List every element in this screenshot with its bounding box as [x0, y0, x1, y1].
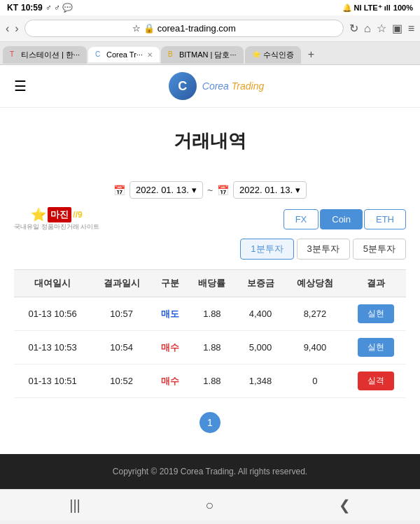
coin-button[interactable]: Coin [320, 209, 363, 229]
1min-button[interactable]: 1분투자 [240, 239, 293, 260]
cell-date-2: 01-13 10:51 [14, 364, 91, 398]
date-separator: ~ [207, 185, 213, 196]
cell-rate-0: 1.88 [188, 297, 236, 331]
logo-symbol: C [178, 79, 187, 94]
logo-area: C Corea Trading [27, 72, 406, 100]
forward-button[interactable]: › [15, 22, 18, 35]
content-area: 📅 2022. 01. 13. ▾ ~ 📅 2022. 01. 13. ▾ ⭐ … [0, 174, 420, 454]
hamburger-menu-icon[interactable]: ☰ [14, 78, 27, 94]
tab-favicon-tistory: T [10, 50, 18, 59]
tab-overview-button[interactable]: ▣ [392, 22, 402, 35]
tab-label-corea: Corea Tr··· [106, 50, 143, 59]
bottom-back-icon[interactable]: ❮ [339, 497, 351, 514]
cell-date-1: 01-13 10:53 [14, 331, 91, 364]
result-button-2[interactable]: 실격 [358, 371, 394, 390]
date-to-select[interactable]: 2022. 01. 13. ▾ [233, 181, 307, 199]
cell-result-time-1: 10:54 [91, 331, 152, 364]
cell-result-time-0: 10:57 [91, 297, 152, 331]
col-result-time: 결과일시 [91, 270, 152, 297]
col-deposit: 보증금 [237, 270, 285, 297]
table-row: 01-13 10:53 10:54 매수 1.88 5,000 9,400 실현 [14, 331, 406, 364]
cell-rate-1: 1.88 [188, 331, 236, 364]
logo-text: Corea Trading [202, 80, 264, 92]
cell-type-2: 매수 [152, 364, 188, 398]
tab-label-tistory: 티스테이션 | 한··· [21, 50, 80, 60]
tab-label-sushik: 수식인증 [263, 50, 294, 60]
tab-label-bitman: BITMAN | 담호··· [179, 50, 237, 60]
status-bar: KT 10:59 ♂ ♂ 💬 🔔 NI LTE⁺ ıll 100% [0, 0, 420, 15]
time-button-row: 1분투자 3분투자 5분투자 [14, 239, 406, 260]
majin-sub: 국내유일 정품마진거래 사이트 [14, 222, 99, 232]
cell-deposit-1: 5,000 [237, 331, 285, 364]
page-wrapper: ☰ C Corea Trading 거래내역 📅 2022. 01. 13. ▾… [0, 65, 420, 489]
tab-tistory[interactable]: T 티스테이션 | 한··· [3, 46, 87, 64]
address-star-icon: ☆ [132, 23, 141, 34]
trades-table: 대여일시 결과일시 구분 배당률 보증금 예상당첨 결과 01-13 10:56… [14, 269, 406, 398]
bottom-home-icon[interactable]: ○ [205, 497, 214, 514]
majin-slash: //9 [73, 210, 82, 220]
result-button-0[interactable]: 실현 [358, 304, 394, 323]
cell-result-time-2: 10:52 [91, 364, 152, 398]
tab-bitman[interactable]: B BITMAN | 담호··· [161, 46, 244, 64]
bottom-menu-icon[interactable]: ||| [69, 497, 80, 514]
tab-sushik[interactable]: ⭐ 수식인증 [245, 46, 301, 64]
browser-tabs: T 티스테이션 | 한··· C Corea Tr··· ✕ B BITMAN … [0, 42, 420, 65]
cell-result-2: 실격 [345, 364, 406, 398]
bookmark-button[interactable]: ☆ [377, 22, 386, 35]
home-button[interactable]: ⌂ [364, 22, 371, 35]
site-header: ☰ C Corea Trading [0, 65, 420, 108]
logo-trading: Trading [232, 80, 264, 92]
date-from-select[interactable]: 2022. 01. 13. ▾ [130, 181, 203, 199]
majin-logo: ⭐ 마진 //9 국내유일 정품마진거래 사이트 [14, 207, 99, 232]
bottom-browser-bar: ||| ○ ❮ [0, 489, 420, 521]
chevron-down-icon-from: ▾ [192, 185, 197, 195]
battery: 100% [393, 3, 413, 12]
date-from-value: 2022. 01. 13. [136, 185, 189, 195]
address-bar[interactable]: ☆ 🔒 corea1-trading.com [24, 20, 344, 37]
tab-favicon-corea: C [95, 50, 104, 59]
cell-expected-0: 8,272 [285, 297, 346, 331]
eth-button[interactable]: ETH [364, 209, 406, 229]
col-expected: 예상당첨 [285, 270, 346, 297]
tab-add-button[interactable]: + [302, 45, 320, 64]
5min-button[interactable]: 5분투자 [353, 239, 406, 260]
back-button[interactable]: ‹ [6, 22, 9, 35]
tab-close-corea[interactable]: ✕ [147, 51, 153, 59]
page-1-button[interactable]: 1 [200, 412, 220, 433]
pagination: 1 [14, 398, 406, 440]
calendar-icon-from: 📅 [113, 185, 125, 196]
cell-expected-1: 9,400 [285, 331, 346, 364]
col-result: 결과 [345, 270, 406, 297]
date-to-value: 2022. 01. 13. [239, 185, 293, 195]
col-rate: 배당률 [188, 270, 236, 297]
tab-favicon-sushik: ⭐ [252, 50, 260, 59]
3min-button[interactable]: 3분투자 [297, 239, 350, 260]
status-icons: ♂ ♂ 💬 [46, 3, 74, 13]
table-row: 01-13 10:51 10:52 매수 1.88 1,348 0 실격 [14, 364, 406, 398]
fx-button[interactable]: FX [284, 209, 319, 229]
cell-date-0: 01-13 10:56 [14, 297, 91, 331]
menu-button[interactable]: ≡ [408, 22, 414, 35]
status-right: 🔔 NI LTE⁺ ıll 100% [342, 3, 413, 13]
majin-text: 마진 [48, 207, 71, 222]
logo-corea: Corea [202, 80, 229, 92]
site-footer: Copyright © 2019 Corea Trading. All righ… [0, 454, 420, 489]
page-title-section: 거래내역 [0, 108, 420, 174]
type-button-group: FX Coin ETH [284, 209, 406, 229]
cell-type-1: 매수 [152, 331, 188, 364]
date-filter-row: 📅 2022. 01. 13. ▾ ~ 📅 2022. 01. 13. ▾ [14, 181, 406, 199]
chevron-down-icon-to: ▾ [295, 185, 300, 195]
browser-nav: ‹ › ☆ 🔒 corea1-trading.com ↻ ⌂ ☆ ▣ ≡ [0, 15, 420, 42]
col-date: 대여일시 [14, 270, 91, 297]
table-row: 01-13 10:56 10:57 매도 1.88 4,400 8,272 실현 [14, 297, 406, 331]
cell-deposit-2: 1,348 [237, 364, 285, 398]
result-button-1[interactable]: 실현 [358, 338, 394, 357]
time: 10:59 [21, 3, 43, 13]
tab-corea[interactable]: C Corea Tr··· ✕ [88, 47, 160, 62]
col-type: 구분 [152, 270, 188, 297]
logo-icon: C [169, 72, 197, 100]
filter-row: ⭐ 마진 //9 국내유일 정품마진거래 사이트 FX Coin ETH [14, 207, 406, 232]
refresh-button[interactable]: ↻ [349, 22, 358, 35]
cell-result-1: 실현 [345, 331, 406, 364]
tab-favicon-bitman: B [168, 50, 176, 59]
